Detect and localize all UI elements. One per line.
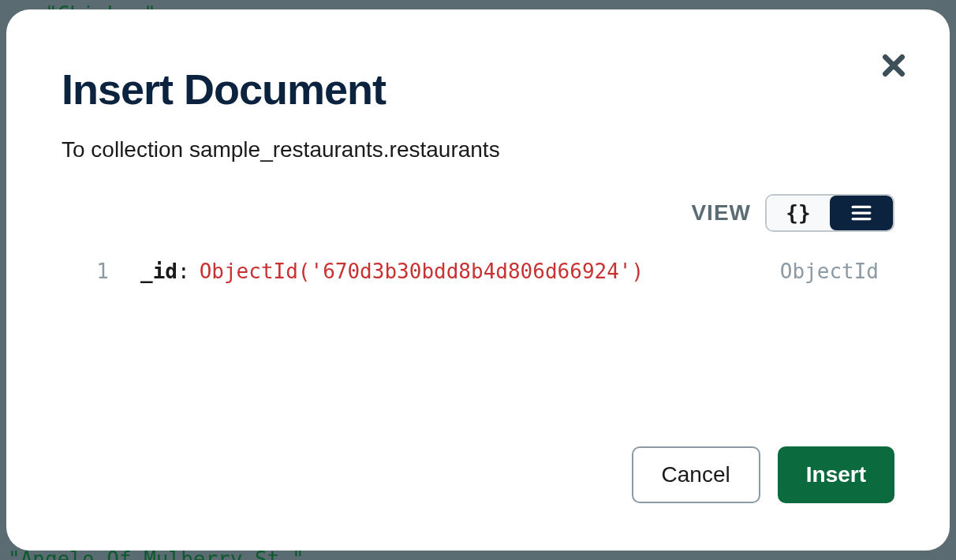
view-toggle: {} [765,194,894,232]
close-button[interactable] [881,53,906,81]
field-name[interactable]: _id [140,259,177,283]
button-row: Cancel Insert [62,446,894,519]
braces-icon: {} [786,201,810,225]
view-row: VIEW {} [62,194,894,232]
collection-name: sample_restaurants.restaurants [189,137,500,162]
field-value[interactable]: ObjectId('670d3b30bdd8b4d806d66924') [200,259,644,283]
close-icon [881,53,906,78]
field-type[interactable]: ObjectId [780,259,894,283]
cancel-button[interactable]: Cancel [632,446,760,503]
subtitle-prefix: To collection [62,137,189,162]
view-list-button[interactable] [830,196,893,230]
insert-button[interactable]: Insert [778,446,894,503]
editor-area[interactable]: 1 _id : ObjectId('670d3b30bdd8b4d806d669… [62,259,894,446]
modal-title: Insert Document [62,65,894,114]
field-colon: : [177,259,190,283]
modal-subtitle: To collection sample_restaurants.restaur… [62,137,894,162]
editor-line[interactable]: 1 _id : ObjectId('670d3b30bdd8b4d806d669… [62,259,894,283]
view-json-button[interactable]: {} [767,196,830,230]
list-icon [851,204,872,222]
line-number: 1 [62,259,140,283]
view-label: VIEW [691,200,751,226]
insert-document-modal: Insert Document To collection sample_res… [6,9,950,551]
